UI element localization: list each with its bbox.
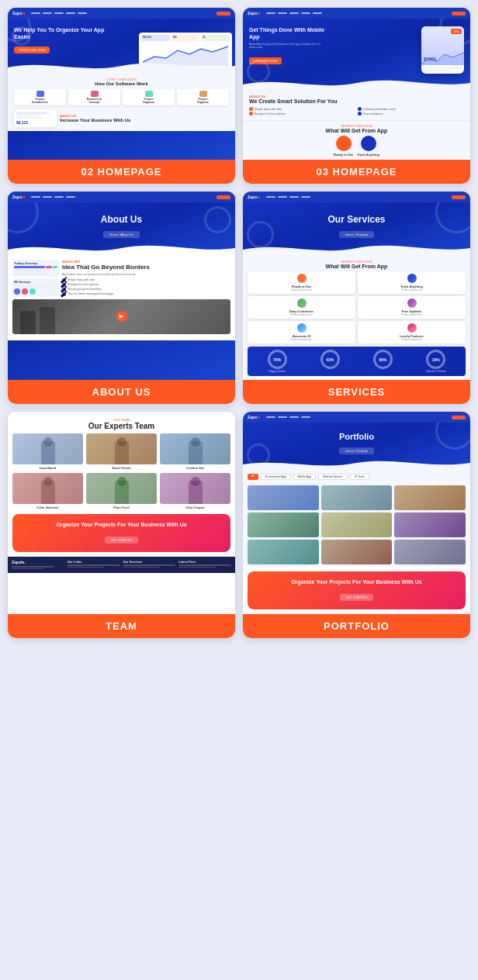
service-customize: Easy Customize Perfect solution text (248, 296, 355, 319)
footer-team: Zapolo. Our Links Our Services Latest Po… (8, 557, 235, 573)
phone-bottom (421, 65, 464, 74)
feature-track-label: Track Anything (357, 153, 379, 157)
about-section-03: ABOUT US We Create Smart Solution For Yo… (243, 91, 470, 120)
portfolio-filters: All E-commerce App Mobile App Website Sp… (243, 471, 470, 483)
deco-about-2 (204, 206, 231, 233)
service-desc-ui: Perfect solution text (250, 338, 353, 341)
checks-col1-03: Simple helps with data Readjust for best… (249, 106, 355, 116)
navbar-03: Zapoin (243, 8, 470, 19)
hero-headline-03: Get Things Done With Mobile App (249, 26, 327, 40)
portfolio-img-2 (321, 485, 393, 510)
team-name-5: Peter Forel (86, 506, 157, 509)
feature-1: ProjectIntroduction (14, 89, 66, 105)
check-text-4: How we deliver techniques homepage (68, 292, 113, 295)
cta-team-title: Organize Your Projects For Your Business… (19, 522, 224, 528)
card-03-label: 03 HOMEPAGE (243, 160, 470, 184)
feature-icon-2 (91, 91, 99, 97)
service-desc-features: Perfect solution text (360, 338, 463, 341)
cta-portfolio: Organize Your Projects For Your Business… (248, 571, 466, 609)
team-photo-6 (160, 473, 230, 504)
feature-ready-label: Ready to Use (334, 153, 353, 157)
stat-satisfied-circle: 19% (426, 350, 445, 369)
team-member-3: Cristina Van (160, 433, 230, 470)
nav-cta-services[interactable] (452, 195, 466, 199)
filter-website[interactable]: Website Spinner (318, 474, 348, 480)
nav-links-02 (31, 12, 87, 14)
about-breadcrumb: Home / About Us (103, 231, 139, 238)
person-2 (40, 307, 55, 334)
stat-satisfied-label: Satisfied Clients (426, 370, 445, 373)
portfolio-img-4 (248, 512, 319, 537)
wave-portfolio (243, 458, 470, 471)
nav-cta-portfolio[interactable] (452, 416, 466, 419)
nav-links-portfolio (266, 416, 310, 418)
card-portfolio-preview: Zapoin Portfolio Home / Portfolio All E (243, 412, 470, 614)
portfolio-img-3 (394, 485, 466, 510)
team-name-1: Liam Namit (12, 466, 83, 470)
check-2: ✓ Readjust for best optimize (62, 283, 230, 287)
team-photo-3 (160, 433, 230, 464)
filter-ui[interactable]: UI Team (350, 474, 369, 480)
feature-name-2: Research &Concept (71, 98, 118, 104)
cta-portfolio-btn[interactable]: GET STARTED (340, 594, 374, 601)
team-name-6: Gina Cooper (160, 506, 230, 509)
check-text-1: Simple helps with data (68, 278, 95, 281)
about-text-02: ABOUT US Increase Your Business With Us (60, 114, 130, 123)
portfolio-item-8 (321, 540, 393, 564)
team-photo-2 (86, 433, 157, 464)
filter-ecommerce[interactable]: E-commerce App (261, 474, 291, 480)
nav-cta-03[interactable] (452, 12, 466, 16)
filter-all[interactable]: All (248, 474, 258, 480)
card-about-us: Zapoin About Us Home / About Us (8, 192, 235, 404)
check-4: ✓ How we deliver techniques homepage (62, 292, 230, 296)
service-desc-ready: Perfect solution text (250, 288, 353, 292)
nav-cta-02[interactable] (216, 12, 230, 16)
portfolio-item-4 (248, 512, 319, 537)
play-btn[interactable]: ▶ (116, 311, 127, 322)
nav-cta-about[interactable] (216, 195, 230, 199)
about-desc: Automation does not produce a beautiful … (62, 273, 230, 276)
services-content: PERFECT SOLUTION What Will Get From App … (243, 256, 470, 380)
stats-bar: 79% Happy Clients 43% 66% 19% Satisfied … (248, 347, 466, 376)
about-content-row: Todays Surveys All Surveys (12, 260, 230, 297)
feature-icon-3 (145, 91, 153, 97)
service-icon-track (407, 274, 417, 283)
stat-satisfied: 19% Satisfied Clients (426, 350, 445, 373)
check-1: ✓ Simple helps with data (62, 278, 230, 282)
service-icon-ready (297, 274, 307, 283)
feature-icon-1 (36, 91, 44, 97)
stat-3: 66% (373, 350, 393, 373)
wave-02 (8, 60, 235, 74)
hero-desc-03: Beautifully designed full-featured web a… (249, 43, 327, 49)
portfolio-item-1 (248, 485, 319, 510)
portfolio-breadcrumb: Home / Portfolio (339, 447, 374, 454)
feature-3: ProjectOrganize (123, 89, 175, 105)
navbar-about: Zapoin (8, 192, 235, 202)
about-mini-02: $6,121 ABOUT US Increase Your Business W… (14, 109, 229, 127)
service-desc-track: Perfect solution text (360, 288, 463, 292)
cta-team-btn[interactable]: GET STARTED (105, 537, 139, 543)
team-grid: Liam Namit Dariel Orson Cristina Van (8, 433, 235, 509)
stat-happy-circle: 79% (268, 350, 287, 369)
filter-mobile[interactable]: Mobile App (293, 474, 316, 480)
team-member-5: Peter Forel (86, 473, 157, 509)
navbar-services: Zapoin (243, 192, 470, 202)
card-03-preview: Zapoin Get Things Done With Mobile App B… (243, 8, 470, 160)
card-services: Zapoin Our Services Home / Services PERF… (243, 192, 470, 404)
service-desc-customize: Perfect solution text (250, 313, 353, 316)
hero-cta-02[interactable]: DOWNLOAD NOW (14, 47, 50, 53)
card-02-homepage: Zapoin We Help You To Organize Your App … (8, 8, 235, 184)
logo-03: Zapoin (248, 11, 260, 16)
wave-about (8, 242, 235, 256)
card-team-label: TEAM (8, 614, 235, 638)
logo-02: Zapoin (12, 11, 25, 16)
feature-name-1: ProjectIntroduction (16, 98, 64, 104)
perfect-section-03: PERFECT SOLUTION What Will Get From App … (243, 120, 470, 160)
check-text-2: Readjust for best optimize (68, 283, 99, 286)
portfolio-hero-title: Portfolio (249, 432, 464, 441)
team-member-1: Liam Namit (12, 433, 83, 470)
hero-text-area-03: Get Things Done With Mobile App Beautifu… (249, 26, 421, 65)
check-3: ✓ Showing progress funneling (62, 288, 230, 292)
portfolio-img-5 (321, 512, 393, 537)
logo-services: Zapoin (248, 195, 260, 199)
